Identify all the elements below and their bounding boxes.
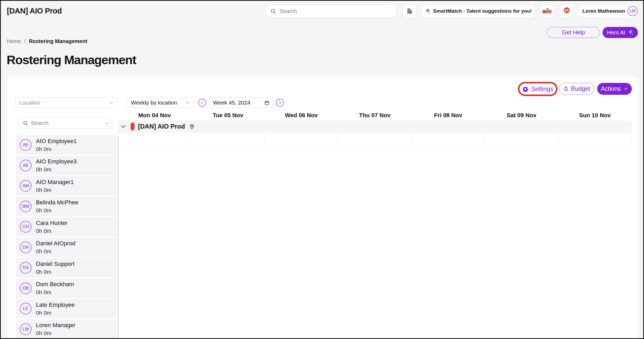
- employee-hours: 0h 0m: [36, 310, 75, 316]
- avatar: AM: [20, 180, 31, 192]
- employee-name: Dom Beckham: [36, 281, 74, 288]
- actions-button[interactable]: Actions: [597, 83, 632, 95]
- shift-cells-row: [118, 132, 632, 147]
- collapse-chevron-icon[interactable]: [120, 123, 127, 130]
- notifications-button[interactable]: 20: [560, 4, 573, 18]
- shift-cell[interactable]: [338, 133, 411, 147]
- day-header: Thu 07 Nov: [338, 111, 412, 120]
- global-search[interactable]: [265, 5, 397, 17]
- gear-icon: [522, 86, 529, 92]
- employee-name: AIO Manager1: [36, 179, 74, 186]
- employee-hours: 0h 0m: [36, 146, 77, 152]
- next-week-button[interactable]: [276, 99, 284, 107]
- sidebar-scrollbar[interactable]: [117, 136, 119, 338]
- employee-name: Belinda McPhee: [36, 199, 78, 206]
- employee-hours: 0h 0m: [36, 228, 68, 234]
- breadcrumb-current: Rostering Management: [29, 38, 87, 44]
- user-menu-button[interactable]: Loren Mathewson LM: [579, 4, 638, 18]
- breadcrumb-separator: /: [24, 38, 26, 44]
- employee-list-item[interactable]: AE AIO Employee3 0h 0m: [16, 156, 117, 175]
- search-icon: [23, 120, 28, 126]
- chevron-down-icon: [105, 121, 109, 125]
- labs-button[interactable]: BETA: [541, 4, 554, 18]
- settings-button[interactable]: Settings: [522, 86, 553, 93]
- employee-list: AE AIO Employee1 0h 0m AE AIO Employee3 …: [16, 135, 117, 339]
- avatar: BM: [20, 201, 31, 212]
- employee-list-item[interactable]: CH Cara Hunter 0h 0m: [16, 217, 117, 237]
- shift-cell[interactable]: [558, 133, 632, 147]
- employee-name: AIO Employee3: [36, 158, 77, 165]
- organisation-button[interactable]: [403, 4, 416, 18]
- hero-ai-button[interactable]: Hero AI: [602, 27, 638, 38]
- employee-name: Daniel Support: [36, 261, 75, 267]
- avatar: DA: [20, 242, 31, 253]
- employee-list-item[interactable]: AE AIO Employee1 0h 0m: [16, 135, 117, 155]
- employee-hours: 0h 0m: [36, 269, 75, 275]
- flask-icon: BETA: [544, 8, 551, 15]
- avatar: DS: [20, 262, 31, 274]
- avatar: LE: [20, 303, 31, 314]
- employee-list-item[interactable]: DS Daniel Support 0h 0m: [16, 258, 117, 277]
- employee-hours: 0h 0m: [36, 248, 75, 255]
- day-header: Sat 09 Nov: [485, 111, 558, 120]
- week-picker[interactable]: Week 45, 2024: [209, 97, 274, 108]
- smartmatch-button[interactable]: SmartMatch - Talent suggestions for you!: [422, 4, 535, 18]
- employee-list-item[interactable]: DA Daniel AIOprod 0h 0m: [16, 238, 117, 257]
- shift-cell[interactable]: [265, 133, 338, 147]
- employee-hours: 0h 0m: [36, 187, 74, 193]
- employee-hours: 0h 0m: [36, 289, 74, 295]
- avatar: CH: [20, 221, 31, 233]
- day-header: Tue 05 Nov: [191, 111, 265, 120]
- chevron-right-icon: [278, 101, 282, 105]
- employee-list-item[interactable]: BM Belinda McPhee 0h 0m: [16, 197, 117, 216]
- view-mode-select[interactable]: Weekly by location: [127, 97, 193, 108]
- employee-list-item[interactable]: LM Loren Manager 0h 0m: [16, 319, 117, 339]
- location-placeholder: Location: [19, 100, 109, 106]
- employee-hours: 0h 0m: [36, 330, 75, 336]
- location-color-marker: [131, 123, 135, 130]
- avatar: LM: [20, 323, 31, 335]
- avatar: LM: [628, 6, 638, 16]
- employee-name: Cara Hunter: [36, 220, 68, 227]
- sparkle-icon: [425, 8, 431, 14]
- view-mode-value: Weekly by location: [131, 100, 185, 106]
- budget-label: Budget: [571, 85, 590, 92]
- chevron-down-icon: [185, 101, 189, 105]
- employee-name: AIO Employee1: [36, 138, 77, 145]
- rostering-management-page: [DAN] AIO Prod SmartMatch - Talent sugge…: [0, 0, 644, 339]
- employee-hours: 0h 0m: [36, 166, 77, 173]
- avatar: AE: [20, 160, 31, 171]
- day-header: Sun 10 Nov: [558, 111, 632, 120]
- user-name: Loren Mathewson: [582, 8, 625, 14]
- employee-search-input[interactable]: [31, 120, 102, 126]
- global-search-input[interactable]: [279, 8, 392, 14]
- get-help-button[interactable]: Get Help: [547, 27, 600, 38]
- budget-button[interactable]: $ Budget: [559, 83, 594, 95]
- breadcrumb-home[interactable]: Home: [7, 38, 21, 44]
- app-logo: [DAN] AIO Prod: [7, 7, 62, 15]
- shift-cell[interactable]: [118, 133, 191, 147]
- money-bag-icon: $: [563, 86, 569, 92]
- employee-search[interactable]: [19, 117, 112, 129]
- employee-list-item[interactable]: DB Dom Beckham 0h 0m: [16, 279, 117, 298]
- get-help-label: Get Help: [562, 29, 585, 36]
- beta-badge: BETA: [542, 10, 552, 14]
- page-title: Rostering Management: [7, 53, 136, 67]
- breadcrumb: Home / Rostering Management: [7, 38, 87, 44]
- employee-list-item[interactable]: LE Late Employee 0h 0m: [16, 299, 117, 318]
- notification-count-badge: 20: [563, 7, 570, 14]
- location-group-name: [DAN] AIO Prod: [138, 123, 185, 130]
- shift-cell[interactable]: [485, 133, 558, 147]
- employee-name: Loren Manager: [36, 322, 75, 329]
- chevron-down-icon: [624, 87, 628, 91]
- smartmatch-label: SmartMatch - Talent suggestions for you!: [433, 8, 532, 14]
- calendar-icon: [264, 100, 270, 106]
- shift-cell[interactable]: [191, 133, 265, 147]
- hero-ai-label: Hero AI: [607, 29, 625, 36]
- shift-cell[interactable]: [412, 133, 485, 147]
- location-select[interactable]: Location: [15, 97, 117, 108]
- chevron-left-icon: [200, 101, 204, 105]
- employee-list-item[interactable]: AM AIO Manager1 0h 0m: [16, 176, 117, 196]
- previous-week-button[interactable]: [198, 99, 206, 107]
- sidebar-divider: [16, 134, 117, 134]
